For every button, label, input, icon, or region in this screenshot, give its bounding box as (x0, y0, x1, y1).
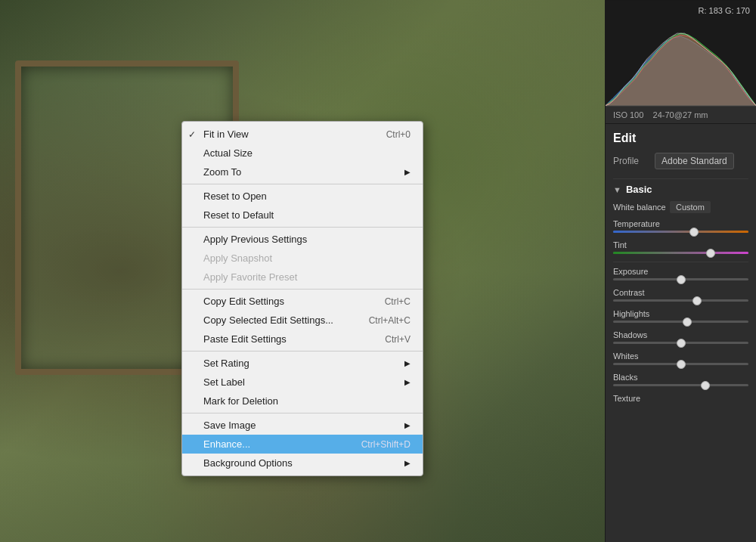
main-container: ✓ Fit in View Ctrl+0 Actual Size Zoom To… (0, 0, 756, 542)
iso-info: ISO 100 (613, 110, 643, 119)
menu-item-reset-to-open[interactable]: Reset to Open (182, 187, 423, 206)
shadows-track[interactable] (613, 342, 748, 344)
profile-label: Profile (613, 156, 655, 166)
contrast-label: Contrast (613, 288, 748, 297)
blacks-thumb[interactable] (701, 381, 710, 390)
highlights-thumb[interactable] (683, 317, 692, 327)
temperature-track[interactable] (613, 231, 748, 233)
check-icon: ✓ (188, 129, 196, 140)
menu-item-label: Copy Selected Edit Settings... (203, 314, 333, 326)
menu-shortcut: Ctrl+C (367, 296, 411, 307)
menu-item-label: Apply Previous Settings (203, 234, 307, 245)
photo-area[interactable]: ✓ Fit in View Ctrl+0 Actual Size Zoom To… (0, 0, 605, 542)
menu-item-label: Set Label (203, 376, 245, 388)
tint-slider-row: Tint (613, 240, 748, 254)
context-menu: ✓ Fit in View Ctrl+0 Actual Size Zoom To… (181, 121, 423, 476)
exposure-track[interactable] (613, 278, 748, 280)
menu-shortcut: Ctrl+Shift+D (343, 439, 411, 450)
rgb-info: R: 183 G: 170 (699, 6, 751, 15)
blacks-slider-row: Blacks (613, 373, 748, 386)
temperature-slider-row: Temperature (613, 219, 748, 233)
edit-section-title: Edit (613, 132, 748, 145)
basic-section-header[interactable]: ▼ Basic (613, 184, 748, 195)
tint-fill (613, 252, 748, 254)
menu-item-set-rating[interactable]: Set Rating ▶ (182, 354, 423, 373)
whites-thumb[interactable] (677, 360, 686, 369)
submenu-arrow-icon: ▶ (392, 421, 411, 429)
menu-item-label: Save Image (203, 420, 256, 431)
rgb-values: R: 183 G: 170 (699, 6, 751, 15)
right-panel: R: 183 G: 170 ISO 100 24-70@27 mm Edit P… (605, 0, 756, 542)
basic-section: ▼ Basic White balance Custom Temperature (613, 184, 748, 403)
menu-item-fit-in-view[interactable]: ✓ Fit in View Ctrl+0 (182, 125, 423, 144)
white-balance-row: White balance Custom (613, 201, 748, 213)
menu-item-copy-selected-edit[interactable]: Copy Selected Edit Settings... Ctrl+Alt+… (182, 311, 423, 330)
whites-track[interactable] (613, 363, 748, 365)
menu-item-label: Apply Favorite Preset (203, 271, 297, 283)
menu-item-label: Actual Size (203, 147, 253, 159)
menu-item-apply-favorite[interactable]: Apply Favorite Preset (182, 268, 423, 286)
menu-shortcut: Ctrl+Alt+C (351, 315, 411, 326)
edit-panel: Edit Profile Adobe Standard ▼ Basic Whit… (606, 124, 756, 542)
tint-label: Tint (613, 240, 748, 249)
menu-item-save-image[interactable]: Save Image ▶ (182, 416, 423, 435)
histogram-chart (606, 0, 756, 106)
menu-shortcut: Ctrl+V (367, 334, 411, 345)
shadows-slider-row: Shadows (613, 330, 748, 344)
submenu-arrow-icon: ▶ (392, 359, 411, 367)
blacks-label: Blacks (613, 373, 748, 382)
texture-label: Texture (613, 394, 748, 403)
menu-item-background-options[interactable]: Background Options ▶ (182, 454, 423, 472)
menu-item-label: Fit in View (203, 129, 249, 140)
menu-item-reset-to-default[interactable]: Reset to Default (182, 206, 423, 225)
menu-item-zoom-to[interactable]: Zoom To ▶ (182, 163, 423, 181)
blacks-track[interactable] (613, 384, 748, 386)
menu-item-paste-edit[interactable]: Paste Edit Settings Ctrl+V (182, 330, 423, 348)
menu-item-enhance[interactable]: Enhance... Ctrl+Shift+D (182, 435, 423, 454)
contrast-slider-row: Contrast (613, 288, 748, 302)
white-balance-label: White balance (613, 203, 670, 212)
menu-item-mark-deletion[interactable]: Mark for Deletion (182, 392, 423, 410)
menu-separator (182, 289, 423, 290)
menu-item-label: Reset to Default (203, 209, 274, 221)
exposure-slider-row: Exposure (613, 267, 748, 280)
menu-item-label: Paste Edit Settings (203, 333, 287, 345)
menu-separator (182, 227, 423, 228)
contrast-track[interactable] (613, 299, 748, 302)
tint-thumb[interactable] (706, 249, 715, 258)
menu-item-actual-size[interactable]: Actual Size (182, 144, 423, 163)
menu-item-label: Set Rating (203, 358, 249, 369)
profile-row: Profile Adobe Standard (613, 153, 748, 169)
exposure-thumb[interactable] (677, 275, 686, 284)
menu-item-apply-snapshot[interactable]: Apply Snapshot (182, 249, 423, 268)
menu-shortcut: Ctrl+0 (368, 129, 411, 140)
menu-item-copy-edit[interactable]: Copy Edit Settings Ctrl+C (182, 292, 423, 311)
highlights-slider-row: Highlights (613, 309, 748, 323)
menu-separator (182, 413, 423, 413)
contrast-thumb[interactable] (692, 296, 702, 305)
submenu-arrow-icon: ▶ (392, 459, 411, 467)
whites-slider-row: Whites (613, 352, 748, 365)
shadows-thumb[interactable] (677, 339, 686, 348)
menu-item-label: Apply Snapshot (203, 252, 272, 264)
lens-info: 24-70@27 mm (653, 110, 708, 119)
highlights-track[interactable] (613, 321, 748, 323)
menu-item-label: Zoom To (203, 166, 241, 178)
menu-item-label: Copy Edit Settings (203, 296, 284, 307)
basic-section-title: Basic (626, 184, 652, 195)
menu-item-set-label[interactable]: Set Label ▶ (182, 373, 423, 392)
temperature-label: Temperature (613, 219, 748, 228)
temperature-thumb[interactable] (689, 228, 699, 237)
histogram-area: R: 183 G: 170 (606, 0, 756, 106)
camera-info-bar: ISO 100 24-70@27 mm (606, 106, 756, 124)
menu-item-apply-previous[interactable]: Apply Previous Settings (182, 230, 423, 249)
white-balance-value[interactable]: Custom (670, 201, 711, 213)
temperature-fill (613, 231, 748, 233)
profile-value[interactable]: Adobe Standard (655, 153, 734, 169)
menu-item-label: Reset to Open (203, 190, 267, 202)
menu-item-label: Mark for Deletion (203, 395, 278, 407)
tint-track[interactable] (613, 252, 748, 254)
menu-separator (182, 351, 423, 352)
highlights-label: Highlights (613, 309, 748, 318)
collapse-icon: ▼ (613, 185, 621, 194)
